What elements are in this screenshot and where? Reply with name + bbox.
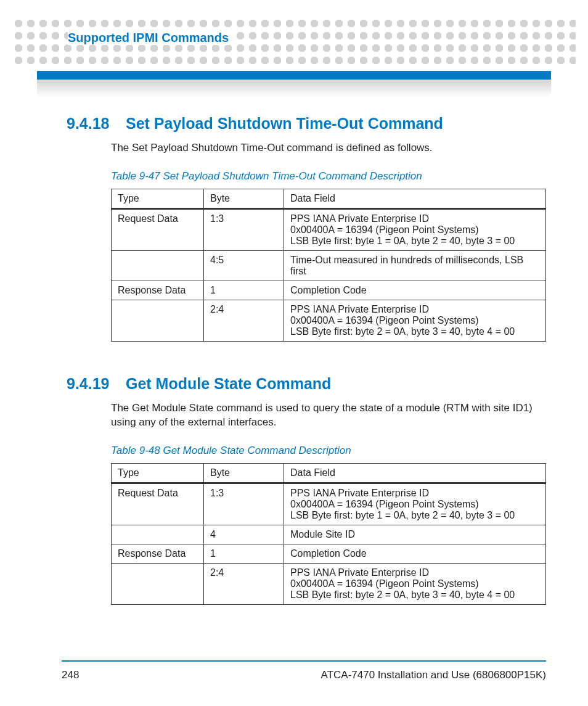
table-row: 4 Module Site ID	[112, 525, 546, 544]
table-caption: Table 9-47 Set Payload Shutdown Time-Out…	[111, 170, 546, 183]
col-type: Type	[112, 189, 204, 208]
table-row: 2:4 PPS IANA Private Enterprise ID0x0040…	[112, 563, 546, 604]
cell-type	[112, 525, 204, 544]
cell-type	[112, 563, 204, 604]
section-paragraph: The Set Payload Shutdown Time-Out comman…	[111, 141, 546, 155]
cell-type: Response Data	[112, 544, 204, 563]
cell-type: Request Data	[112, 208, 204, 250]
section-title: Set Payload Shutdown Time-Out Command	[126, 115, 443, 133]
section-number: 9.4.18	[67, 115, 111, 133]
header-shadow	[37, 80, 551, 97]
cell-data: PPS IANA Private Enterprise ID0x00400A =…	[284, 483, 546, 525]
cell-data: PPS IANA Private Enterprise ID0x00400A =…	[284, 208, 546, 250]
cell-data: Completion Code	[284, 544, 546, 563]
page-footer: 248 ATCA-7470 Installation and Use (6806…	[62, 669, 546, 681]
section-title: Get Module State Command	[126, 375, 331, 393]
cell-type: Request Data	[112, 483, 204, 525]
col-data: Data Field	[284, 463, 546, 483]
section-heading: 9.4.19 Get Module State Command	[67, 375, 546, 393]
cell-data: Time-Out measured in hundreds of millise…	[284, 250, 546, 281]
cell-type: Response Data	[112, 281, 204, 300]
table-row: Request Data 1:3 PPS IANA Private Enterp…	[112, 208, 546, 250]
cell-type	[112, 300, 204, 341]
col-byte: Byte	[204, 463, 284, 483]
page-number: 248	[62, 669, 79, 681]
col-data: Data Field	[284, 189, 546, 208]
cell-byte: 4:5	[204, 250, 284, 281]
command-table: Type Byte Data Field Request Data 1:3 PP…	[111, 189, 546, 342]
table-row: 2:4 PPS IANA Private Enterprise ID0x0040…	[112, 300, 546, 341]
chapter-title: Supported IPMI Commands	[68, 31, 232, 45]
table-row: Response Data 1 Completion Code	[112, 544, 546, 563]
table-header-row: Type Byte Data Field	[112, 189, 546, 208]
cell-data: PPS IANA Private Enterprise ID0x00400A =…	[284, 563, 546, 604]
cell-data: PPS IANA Private Enterprise ID0x00400A =…	[284, 300, 546, 341]
table-row: 4:5 Time-Out measured in hundreds of mil…	[112, 250, 546, 281]
cell-byte: 1	[204, 544, 284, 563]
section-number: 9.4.19	[67, 375, 111, 393]
header-blue-bar	[37, 71, 551, 80]
page-content: 9.4.18 Set Payload Shutdown Time-Out Com…	[67, 111, 546, 638]
cell-byte: 2:4	[204, 563, 284, 604]
section-paragraph: The Get Module State command is used to …	[111, 401, 546, 430]
cell-type	[112, 250, 204, 281]
col-type: Type	[112, 463, 204, 483]
doc-title: ATCA-7470 Installation and Use (6806800P…	[321, 669, 546, 681]
section-heading: 9.4.18 Set Payload Shutdown Time-Out Com…	[67, 115, 546, 133]
command-table: Type Byte Data Field Request Data 1:3 PP…	[111, 463, 546, 605]
cell-byte: 1:3	[204, 208, 284, 250]
table-row: Response Data 1 Completion Code	[112, 281, 546, 300]
table-row: Request Data 1:3 PPS IANA Private Enterp…	[112, 483, 546, 525]
table-caption: Table 9-48 Get Module State Command Desc…	[111, 445, 546, 457]
cell-data: Completion Code	[284, 281, 546, 300]
cell-byte: 4	[204, 525, 284, 544]
cell-byte: 1	[204, 281, 284, 300]
cell-byte: 2:4	[204, 300, 284, 341]
cell-byte: 1:3	[204, 483, 284, 525]
cell-data: Module Site ID	[284, 525, 546, 544]
footer-rule	[62, 660, 546, 662]
col-byte: Byte	[204, 189, 284, 208]
table-header-row: Type Byte Data Field	[112, 463, 546, 483]
